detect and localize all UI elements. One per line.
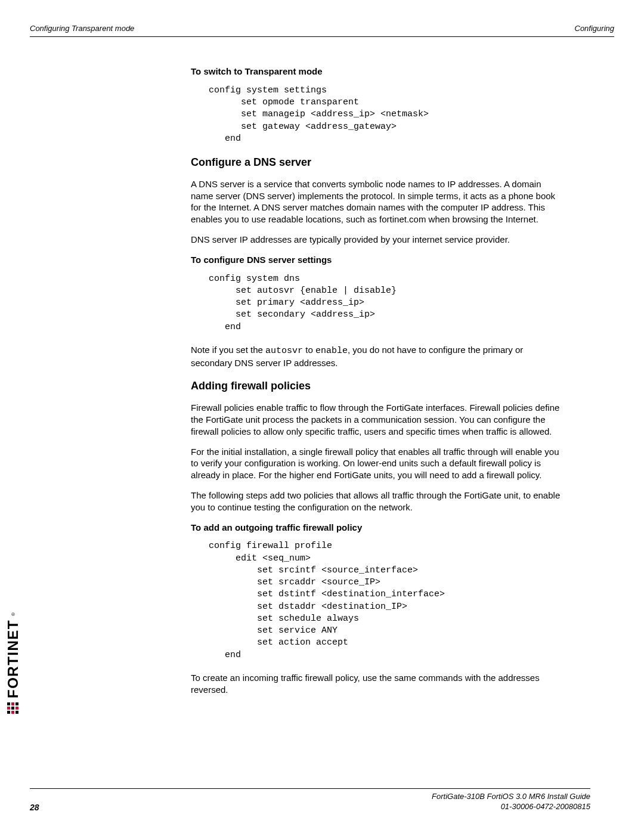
code-block-firewall: config firewall profile edit <seq_num> s… xyxy=(209,540,561,661)
proc-title-firewall: To add an outgoing traffic firewall poli… xyxy=(191,522,561,534)
proc-title-transparent: To switch to Transparent mode xyxy=(191,66,561,78)
header-right: Configuring xyxy=(575,24,615,33)
dns-para2: DNS server IP addresses are typically pr… xyxy=(191,234,561,246)
heading-dns: Configure a DNS server xyxy=(191,156,561,170)
code-block-dns: config system dns set autosvr {enable | … xyxy=(209,273,561,333)
header-left: Configuring Transparent mode xyxy=(30,24,134,33)
logo-mark-icon xyxy=(7,702,19,714)
proc-title-dns: To configure DNS server settings xyxy=(191,254,561,266)
doc-id: 01-30006-0472-20080815 xyxy=(432,802,590,812)
main-content: To switch to Transparent mode config sys… xyxy=(191,66,561,695)
inline-code-autosvr: autosvr xyxy=(265,346,303,356)
firewall-para4: To create an incoming traffic firewall p… xyxy=(191,672,561,696)
doc-info: FortiGate-310B FortiOS 3.0 MR6 Install G… xyxy=(432,792,590,812)
firewall-para1: Firewall policies enable traffic to flow… xyxy=(191,402,561,437)
page-footer: 28 FortiGate-310B FortiOS 3.0 MR6 Instal… xyxy=(30,788,590,812)
firewall-para3: The following steps add two policies tha… xyxy=(191,490,561,513)
page-header: Configuring Transparent mode Configuring xyxy=(30,24,614,37)
inline-code-enable: enable xyxy=(315,346,348,356)
heading-firewall: Adding firewall policies xyxy=(191,379,561,394)
brand-logo: FORTINET® xyxy=(5,612,21,714)
registered-mark: ® xyxy=(11,612,16,616)
firewall-para2: For the initial installation, a single f… xyxy=(191,446,561,481)
dns-para1: A DNS server is a service that converts … xyxy=(191,178,561,225)
dns-note: Note if you set the autosvr to enable, y… xyxy=(191,344,561,369)
guide-title: FortiGate-310B FortiOS 3.0 MR6 Install G… xyxy=(432,792,590,802)
logo-text: FORTINET xyxy=(5,620,21,698)
code-block-transparent: config system settings set opmode transp… xyxy=(209,85,561,145)
page-number: 28 xyxy=(30,803,39,812)
